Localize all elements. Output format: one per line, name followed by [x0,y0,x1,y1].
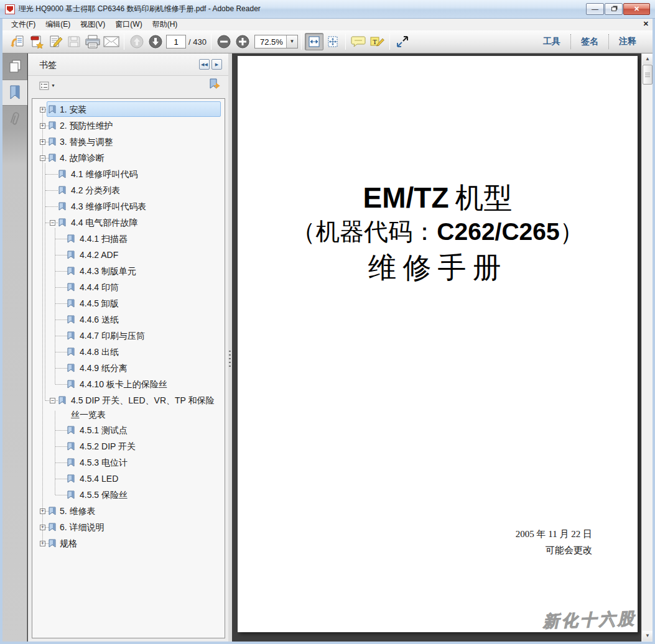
bookmark-item[interactable]: 4.3 维修呼叫代码表 [32,198,225,214]
menu-item-0[interactable]: 文件(F) [6,18,40,31]
bookmark-item[interactable]: +5. 维修表 [32,503,225,519]
expand-node-icon[interactable]: + [40,541,45,546]
zoom-in-icon [235,34,250,49]
bookmark-item[interactable]: 4.4.7 印刷与压筒 [32,328,225,344]
close-document-icon[interactable]: ✕ [643,20,649,28]
fit-width-button[interactable] [305,33,323,50]
collapse-panel-button[interactable]: ◀◀ [199,59,210,70]
bookmark-item[interactable]: 4.4.9 纸分离 [32,360,225,376]
bookmark-item[interactable]: +1. 安装 [32,101,225,117]
bookmark-item[interactable]: 4.4.3 制版单元 [32,263,225,279]
bookmark-label: 4.4.10 板卡上的保险丝 [32,376,225,392]
bookmark-item[interactable]: 4.1 维修呼叫代码 [32,166,225,182]
bookmark-item[interactable]: +规格 [32,535,225,551]
text-annotation-button[interactable]: T [368,33,386,50]
doc-code-suffix: ） [560,218,584,245]
collapse-node-icon[interactable]: − [50,220,55,226]
attachments-tab[interactable] [2,106,27,132]
title-bar[interactable]: 理光 HQ9000 基士得耶 CP6346 数码印刷机维修手册.pdf - Ad… [0,0,655,19]
bookmark-label: 3. 替换与调整 [32,134,225,149]
bookmark-item[interactable]: −4.4 电气部件故障 [32,214,225,231]
vertical-scrollbar[interactable]: ▲ ▼ [641,53,653,642]
scroll-down-icon[interactable]: ▼ [643,631,653,641]
page-thumbnails-tab[interactable] [2,53,27,80]
comment-bubble-button[interactable] [349,33,368,50]
create-pdf-button[interactable] [27,33,46,50]
document-pane[interactable]: EM/TZ机型 （机器代码：C262/C265） 维修手册 2005 年 11 … [232,53,641,642]
scrollbar-thumb[interactable] [643,65,653,85]
text-annotation-icon: T [369,35,384,48]
menu-item-4[interactable]: 帮助(H) [147,18,183,31]
bookmark-item[interactable]: 4.4.4 印筒 [32,279,225,295]
zoom-in-button[interactable] [233,33,252,50]
bookmarks-header: 书签 ◀◀ ▶ [28,53,228,76]
bookmark-item[interactable]: 4.5.1 测试点 [32,422,225,438]
bookmark-item[interactable]: 4.4.1 扫描器 [32,231,225,247]
bookmark-ribbon-icon [49,105,56,114]
bookmark-ribbon-icon [58,218,66,227]
doc-date-block: 2005 年 11 月 22 日 可能会更改 [516,526,592,558]
collapse-node-icon[interactable]: − [50,398,55,403]
restore-button[interactable] [605,3,623,15]
bookmark-label: 4.4.6 送纸 [32,311,225,327]
fullscreen-button[interactable] [393,33,412,50]
close-button[interactable]: ✕ [623,3,650,15]
bookmark-item[interactable]: 4.4.6 送纸 [32,311,225,328]
bookmark-item[interactable]: 4.2 分类列表 [32,182,225,198]
print-button[interactable] [83,33,102,50]
zoom-level-control[interactable]: 72.5% ▼ [254,35,298,48]
content-area: 书签 ◀◀ ▶ ▼ [2,53,653,642]
bookmark-item[interactable]: 4.5.2 DIP 开关 [32,438,225,454]
menu-item-3[interactable]: 窗口(W) [110,18,147,31]
bookmark-item[interactable]: +6. 详细说明 [32,519,225,535]
zoom-dropdown-icon[interactable]: ▼ [286,35,297,48]
comment-panel-button[interactable]: 注释 [609,36,646,47]
bookmarks-tab[interactable] [2,80,27,106]
compose-button[interactable] [46,33,65,50]
expand-node-icon[interactable]: + [40,123,45,129]
bookmark-ribbon-icon [67,267,75,275]
expand-current-bookmark-button[interactable] [208,78,221,91]
email-button[interactable] [102,33,121,50]
bookmark-item[interactable]: 4.4.5 卸版 [32,295,225,311]
bookmark-item[interactable]: 4.5.5 保险丝 [32,487,225,503]
menu-item-2[interactable]: 视图(V) [75,18,110,31]
tools-button[interactable]: 工具 [533,36,570,47]
bookmark-item[interactable]: +3. 替换与调整 [32,134,225,150]
bookmark-ribbon-icon [67,474,75,483]
expand-node-icon[interactable]: + [40,107,45,113]
bookmark-item[interactable]: −4. 故障诊断 [32,150,225,166]
minimize-button[interactable]: — [586,3,604,15]
bookmark-ribbon-icon [49,154,56,162]
toolbar-separator [124,34,124,50]
bookmark-item[interactable]: 4.4.8 出纸 [32,344,225,360]
fit-page-button[interactable] [323,33,342,50]
zoom-out-button[interactable] [215,33,233,50]
sign-button[interactable]: 签名 [571,36,608,47]
expand-node-icon[interactable]: + [40,525,45,530]
bookmark-item[interactable]: −4.5 DIP 开关、LED、VR、TP 和保险丝一览表 [32,392,225,422]
bookmark-ribbon-icon [58,186,66,195]
expand-panel-button[interactable]: ▶ [211,59,222,70]
bookmark-label: 6. 详细说明 [32,519,225,535]
next-page-button[interactable] [146,33,165,50]
previous-page-button[interactable] [128,33,146,50]
bookmark-label: 4.5.2 DIP 开关 [32,438,225,454]
save-button[interactable] [65,33,83,50]
bookmark-item[interactable]: 4.5.3 电位计 [32,454,225,471]
doc-code-value: C262/C265 [437,218,559,245]
bookmark-ribbon-icon [49,121,56,130]
open-file-button[interactable] [9,33,27,50]
bookmark-item[interactable]: 4.5.4 LED [32,471,225,487]
scroll-up-icon[interactable]: ▲ [643,54,653,64]
bookmark-options-button[interactable]: ▼ [38,80,57,91]
menu-item-1[interactable]: 编辑(E) [40,18,75,31]
bookmark-item[interactable]: 4.4.2 ADF [32,247,225,263]
bookmark-item[interactable]: +2. 预防性维护 [32,117,225,134]
expand-node-icon[interactable]: + [40,139,45,145]
bookmark-item[interactable]: 4.4.10 板卡上的保险丝 [32,376,225,392]
next-page-icon [148,34,163,49]
page-number-input[interactable] [166,35,186,48]
collapse-node-icon[interactable]: − [40,155,45,161]
expand-node-icon[interactable]: + [40,508,45,514]
